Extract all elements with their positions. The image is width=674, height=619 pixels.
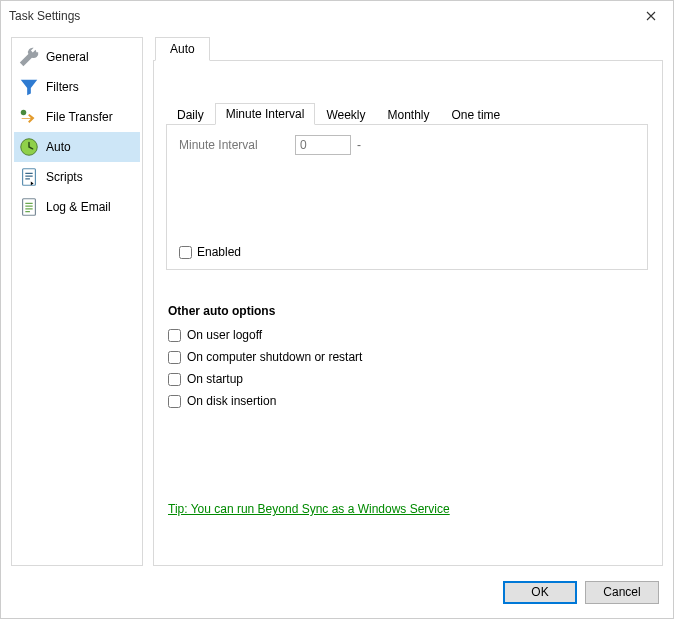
script-icon (18, 166, 40, 188)
close-button[interactable] (628, 1, 673, 31)
tab-one-time[interactable]: One time (441, 104, 512, 125)
nav-item-filters[interactable]: Filters (14, 72, 140, 102)
nav-item-auto[interactable]: Auto (14, 132, 140, 162)
funnel-icon (18, 76, 40, 98)
tip-row: Tip: You can run Beyond Sync as a Window… (168, 502, 648, 516)
nav-label: File Transfer (46, 110, 113, 124)
other-options-list: On user logoff On computer shutdown or r… (168, 324, 648, 412)
tab-daily[interactable]: Daily (166, 104, 215, 125)
window-title: Task Settings (9, 9, 628, 23)
tab-monthly[interactable]: Monthly (377, 104, 441, 125)
nav-label: Log & Email (46, 200, 111, 214)
enabled-label: Enabled (197, 245, 241, 259)
opt-label: On computer shutdown or restart (187, 350, 362, 364)
other-options-title: Other auto options (168, 304, 648, 318)
nav-label: General (46, 50, 89, 64)
right-panel: Auto Daily Minute Interval Weekly Monthl… (153, 37, 663, 566)
clock-icon (18, 136, 40, 158)
wrench-icon (18, 46, 40, 68)
ok-button[interactable]: OK (503, 581, 577, 604)
opt-label: On user logoff (187, 328, 262, 342)
opt-label: On disk insertion (187, 394, 276, 408)
enabled-row[interactable]: Enabled (179, 245, 241, 259)
auto-panel: Daily Minute Interval Weekly Monthly One… (153, 61, 663, 566)
transfer-icon (18, 106, 40, 128)
opt-on-disk-insertion[interactable]: On disk insertion (168, 390, 648, 412)
minute-interval-row: Minute Interval - (179, 135, 635, 155)
nav-label: Filters (46, 80, 79, 94)
opt-checkbox[interactable] (168, 329, 181, 342)
minute-interval-input[interactable] (295, 135, 351, 155)
nav-label: Scripts (46, 170, 83, 184)
schedule-tabstrip: Daily Minute Interval Weekly Monthly One… (166, 103, 648, 125)
opt-checkbox[interactable] (168, 395, 181, 408)
svg-rect-2 (23, 169, 36, 186)
schedule-body: Minute Interval - Enabled (166, 125, 648, 270)
columns: General Filters File Transfer (11, 37, 663, 566)
minute-interval-suffix: - (357, 138, 361, 152)
opt-on-shutdown-restart[interactable]: On computer shutdown or restart (168, 346, 648, 368)
tab-minute-interval[interactable]: Minute Interval (215, 103, 316, 125)
opt-checkbox[interactable] (168, 373, 181, 386)
minute-interval-label: Minute Interval (179, 138, 289, 152)
enabled-checkbox[interactable] (179, 246, 192, 259)
cancel-button[interactable]: Cancel (585, 581, 659, 604)
nav-item-log-email[interactable]: Log & Email (14, 192, 140, 222)
close-icon (646, 11, 656, 21)
svg-point-0 (21, 110, 27, 116)
opt-on-startup[interactable]: On startup (168, 368, 648, 390)
task-settings-dialog: Task Settings General Filters (0, 0, 674, 619)
nav-item-file-transfer[interactable]: File Transfer (14, 102, 140, 132)
opt-on-user-logoff[interactable]: On user logoff (168, 324, 648, 346)
titlebar: Task Settings (1, 1, 673, 31)
tab-weekly[interactable]: Weekly (315, 104, 376, 125)
client-area: General Filters File Transfer (1, 31, 673, 618)
top-tabstrip: Auto (153, 37, 663, 61)
nav-item-general[interactable]: General (14, 42, 140, 72)
document-icon (18, 196, 40, 218)
tip-link[interactable]: Tip: You can run Beyond Sync as a Window… (168, 502, 450, 516)
opt-checkbox[interactable] (168, 351, 181, 364)
category-list: General Filters File Transfer (11, 37, 143, 566)
tab-auto[interactable]: Auto (155, 37, 210, 61)
opt-label: On startup (187, 372, 243, 386)
svg-rect-3 (23, 199, 36, 216)
nav-item-scripts[interactable]: Scripts (14, 162, 140, 192)
nav-label: Auto (46, 140, 71, 154)
dialog-buttons: OK Cancel (11, 566, 663, 608)
